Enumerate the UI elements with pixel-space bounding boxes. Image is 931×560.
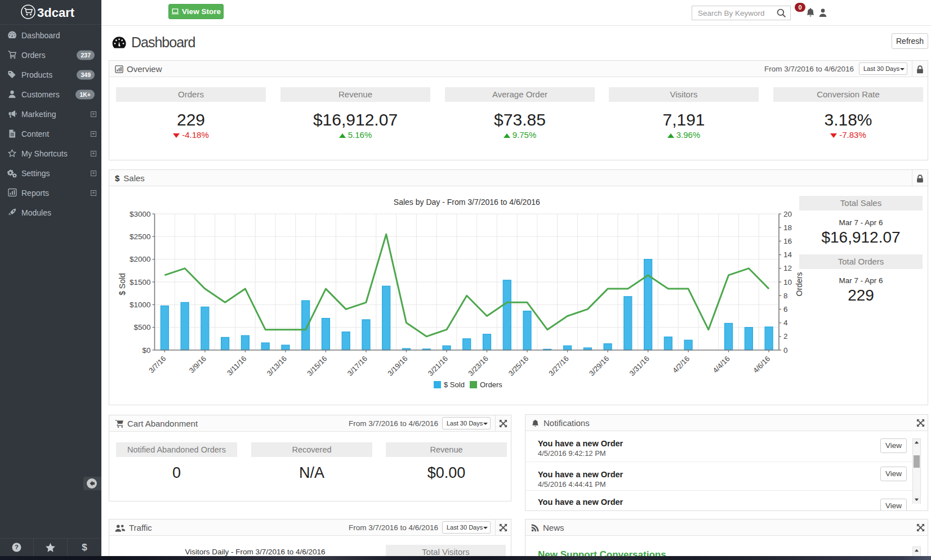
- svg-text:14: 14: [783, 250, 792, 259]
- svg-text:3/19/16: 3/19/16: [386, 355, 409, 378]
- svg-text:3/13/16: 3/13/16: [265, 355, 288, 378]
- svg-text:$500: $500: [133, 323, 150, 331]
- svg-text:3/11/16: 3/11/16: [225, 355, 248, 378]
- svg-text:3/23/16: 3/23/16: [466, 355, 489, 378]
- svg-text:4/4/16: 4/4/16: [711, 355, 732, 375]
- svg-text:$2500: $2500: [130, 232, 151, 241]
- svg-text:3/27/16: 3/27/16: [547, 355, 570, 378]
- svg-text:$1000: $1000: [130, 301, 151, 309]
- svg-text:3/17/16: 3/17/16: [346, 355, 369, 378]
- svg-text:16: 16: [783, 237, 792, 245]
- svg-text:3/9/16: 3/9/16: [188, 355, 208, 375]
- svg-text:6: 6: [783, 305, 788, 313]
- svg-text:10: 10: [783, 278, 792, 286]
- svg-text:3/21/16: 3/21/16: [426, 355, 449, 378]
- svg-text:$0: $0: [142, 346, 150, 355]
- svg-text:2: 2: [783, 332, 788, 341]
- svg-text:?: ?: [15, 544, 19, 550]
- svg-text:$ Sold: $ Sold: [118, 273, 127, 295]
- svg-text:4/2/16: 4/2/16: [671, 355, 691, 375]
- svg-text:0: 0: [783, 346, 788, 355]
- svg-text:20: 20: [783, 210, 792, 218]
- svg-text:3/29/16: 3/29/16: [587, 355, 611, 378]
- svg-text:4: 4: [783, 319, 788, 327]
- svg-text:8: 8: [783, 292, 788, 300]
- svg-text:$1500: $1500: [130, 278, 151, 286]
- svg-text:3dcart: 3dcart: [37, 6, 75, 20]
- svg-text:$2000: $2000: [130, 255, 151, 263]
- svg-text:3/25/16: 3/25/16: [507, 355, 530, 378]
- svg-text:18: 18: [783, 223, 792, 232]
- svg-text:$3000: $3000: [130, 210, 151, 218]
- svg-text:3/15/16: 3/15/16: [305, 355, 328, 378]
- svg-text:Orders: Orders: [480, 380, 502, 389]
- svg-text:3/31/16: 3/31/16: [627, 355, 651, 378]
- svg-text:4/6/16: 4/6/16: [751, 355, 772, 375]
- svg-text:12: 12: [783, 264, 792, 272]
- svg-text:$ Sold: $ Sold: [444, 380, 465, 389]
- svg-text:Sales by Day - From 3/7/2016 t: Sales by Day - From 3/7/2016 to 4/6/2016: [394, 198, 540, 207]
- svg-text:3/7/16: 3/7/16: [147, 355, 167, 375]
